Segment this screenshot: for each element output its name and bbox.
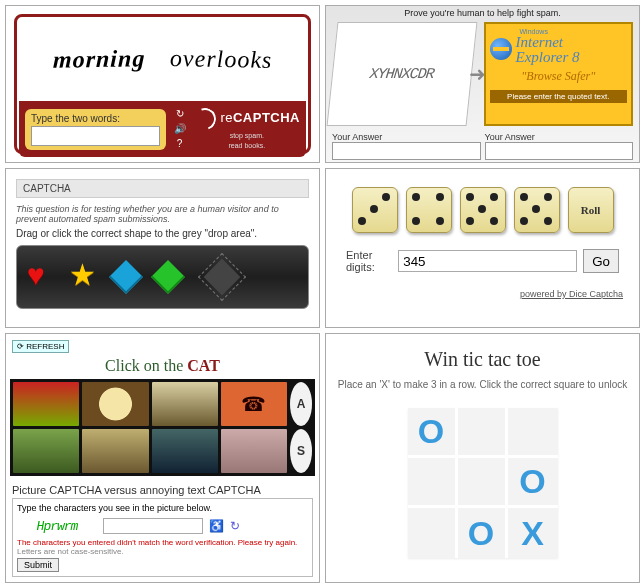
left-answer-label: Your Answer: [332, 132, 382, 142]
error-message: The characters you entered didn't match …: [17, 538, 308, 547]
captcha-word-1: morning: [52, 45, 145, 74]
ie-header: Prove you're human to help fight spam.: [326, 6, 639, 20]
picture-subtitle: Picture CAPTCHA versus annoying text CAP…: [12, 484, 313, 496]
die-4: [514, 187, 560, 233]
row-letter: A: [290, 382, 312, 426]
picture-cell[interactable]: [13, 382, 79, 426]
blue-diamond-shape[interactable]: [109, 260, 143, 294]
right-answer-label: Your Answer: [485, 132, 535, 142]
recaptcha-input[interactable]: [31, 126, 160, 146]
roll-button[interactable]: Roll: [568, 187, 614, 233]
ttt-square[interactable]: O: [508, 458, 558, 508]
left-answer-input[interactable]: [332, 142, 481, 160]
title-pre: Click on the: [105, 357, 187, 374]
picture-cell[interactable]: [82, 382, 148, 426]
recaptcha-input-wrap: Type the two words:: [25, 109, 166, 150]
text-captcha-box: Type the characters you see in the pictu…: [12, 498, 313, 577]
ie-logo-icon: [490, 38, 512, 60]
reload-icon[interactable]: ↻: [230, 519, 240, 533]
die-1: [352, 187, 398, 233]
ttt-square[interactable]: [408, 508, 458, 558]
die-2: [406, 187, 452, 233]
shape-title: CAPTCHA: [16, 179, 309, 198]
refresh-icon[interactable]: ↻: [172, 108, 188, 120]
recaptcha-logo: reCAPTCHA stop spam. read books.: [194, 108, 300, 150]
tag1: stop spam.: [230, 132, 264, 139]
ie-captcha-image: XYHNXCDR: [327, 22, 477, 126]
recaptcha-prompt: Type the two words:: [31, 113, 160, 124]
ttt-square[interactable]: [508, 408, 558, 458]
row-letter: S: [290, 429, 312, 473]
audio-icon[interactable]: 🔊: [172, 123, 188, 135]
captcha-image: morning overlooks: [25, 25, 300, 93]
picture-grid: ☎ A S: [10, 379, 315, 476]
ad-slogan: "Browse Safer": [490, 69, 628, 84]
help-icon[interactable]: ?: [172, 138, 188, 150]
picture-cell[interactable]: [221, 429, 287, 473]
picture-cell[interactable]: [82, 429, 148, 473]
arrow-icon: ➜: [468, 62, 488, 86]
dice-footer-link[interactable]: powered by Dice Captcha: [336, 289, 623, 299]
green-diamond-shape[interactable]: [151, 260, 185, 294]
brand-prefix: re: [220, 110, 233, 125]
ie-captcha-panel: Prove you're human to help fight spam. X…: [325, 5, 640, 163]
case-note: Letters are not case-sensitive.: [17, 547, 308, 556]
ttt-mark: O: [519, 462, 545, 501]
right-answer-input[interactable]: [485, 142, 634, 160]
shape-tray: ♥ ★: [16, 245, 309, 309]
star-shape[interactable]: ★: [69, 262, 99, 292]
text-captcha-title: Type the characters you see in the pictu…: [17, 503, 308, 513]
ttt-mark: O: [468, 514, 494, 553]
ttt-square[interactable]: X: [508, 508, 558, 558]
ttt-panel: Win tic tac toe Place an 'X' to make 3 i…: [325, 333, 640, 583]
ttt-square[interactable]: [408, 458, 458, 508]
digits-label: Enter digits:: [346, 249, 392, 273]
die-3: [460, 187, 506, 233]
dice-row: Roll: [336, 187, 629, 233]
captcha-word-2: overlooks: [170, 45, 273, 74]
ttt-board: O O O X: [408, 408, 558, 558]
brand-main: CAPTCHA: [233, 110, 300, 125]
refresh-button[interactable]: ⟳ REFRESH: [12, 340, 69, 353]
picture-captcha-panel: ⟳ REFRESH Click on the CAT ☎ A S Picture…: [5, 333, 320, 583]
recaptcha-bottom-bar: Type the two words: ↻ 🔊 ? reCAPTCHA stop…: [19, 101, 306, 157]
recaptcha-panel: morning overlooks Type the two words: ↻ …: [5, 5, 320, 163]
ad-instruction: Please enter the quoted text.: [490, 90, 628, 103]
recaptcha-controls: ↻ 🔊 ?: [172, 108, 188, 150]
drop-area[interactable]: [198, 253, 246, 301]
refresh-label: REFRESH: [26, 342, 64, 351]
ttt-subtitle: Place an 'X' to make 3 in a row. Click t…: [336, 379, 629, 390]
wheelchair-icon[interactable]: ♿: [209, 519, 224, 533]
dice-captcha-panel: Roll Enter digits: Go powered by Dice Ca…: [325, 168, 640, 328]
submit-button[interactable]: Submit: [17, 558, 59, 572]
ttt-mark: O: [418, 412, 444, 451]
shape-question: This question is for testing whether you…: [16, 204, 309, 224]
ttt-square[interactable]: O: [458, 508, 508, 558]
text-captcha-input[interactable]: [103, 518, 203, 534]
go-button[interactable]: Go: [583, 249, 619, 273]
ie-ad: Windows Internet Explorer 8 "Browse Safe…: [484, 22, 634, 126]
ttt-square[interactable]: [458, 408, 508, 458]
heart-shape[interactable]: ♥: [27, 262, 57, 292]
text-captcha-image: Hprwrm: [17, 516, 97, 536]
ttt-title: Win tic tac toe: [336, 348, 629, 371]
digits-input[interactable]: [398, 250, 577, 272]
recaptcha-frame: morning overlooks Type the two words: ↻ …: [14, 14, 311, 154]
ttt-square[interactable]: O: [408, 408, 458, 458]
picture-cell[interactable]: ☎: [221, 382, 287, 426]
recaptcha-arc-icon: [190, 104, 219, 133]
ttt-square[interactable]: [458, 458, 508, 508]
picture-cell[interactable]: [152, 382, 218, 426]
picture-cell[interactable]: [152, 429, 218, 473]
shape-instruction: Drag or click the correct shape to the g…: [16, 228, 309, 239]
title-word: CAT: [187, 357, 220, 374]
picture-title: Click on the CAT: [10, 357, 315, 375]
shape-captcha-panel: CAPTCHA This question is for testing whe…: [5, 168, 320, 328]
tag2: read books.: [229, 142, 266, 149]
ttt-mark: X: [521, 514, 544, 553]
picture-cell[interactable]: [13, 429, 79, 473]
